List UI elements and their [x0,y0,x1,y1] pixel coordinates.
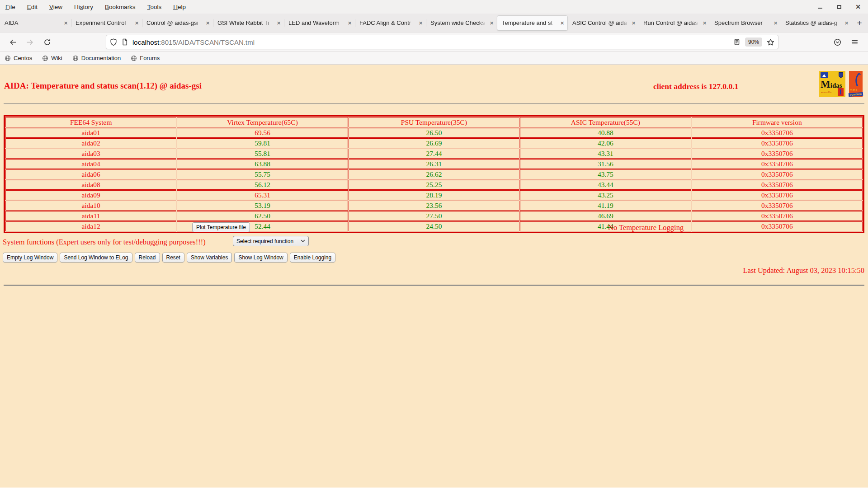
bookmark-item[interactable]: Forums [131,55,160,61]
table-row: aida0856.1225.2543.440x3350706 [5,180,863,190]
tab-close-icon[interactable]: × [64,19,68,26]
browser-tab[interactable]: LED and Waveform× [284,14,355,32]
plot-temperature-button[interactable]: Plot Temperature file [192,222,250,232]
menu-item-history[interactable]: History [74,4,93,10]
back-button[interactable] [7,37,18,47]
bookmark-label: Wiki [51,55,62,61]
shield-icon[interactable] [110,38,117,46]
browser-tab[interactable]: ASIC Control @ aida× [568,14,639,32]
cell-psu-temp: 26.31 [349,159,519,169]
menu-item-bookmarks[interactable]: Bookmarks [105,4,136,10]
table-header-cell: Virtex Temperature(65C) [177,117,348,127]
tab-label: Control @ aidas-gsi [146,19,204,26]
reload-button[interactable]: Reload [135,253,160,263]
cell-psu-temp: 26.50 [349,128,519,138]
tab-close-icon[interactable]: × [703,19,707,26]
action-buttons: Empty Log WindowSend Log Window to ELogR… [3,253,335,263]
table-header-cell: ASIC Temperature(55C) [520,117,691,127]
cell-virtex-temp: 62.50 [177,211,348,221]
tab-close-icon[interactable]: × [135,19,139,26]
tab-close-icon[interactable]: × [774,19,778,26]
table-row: aida0655.7526.6243.750x3350706 [5,169,863,179]
browser-tab[interactable]: FADC Align & Contr× [355,14,426,32]
function-select[interactable]: Select required function [233,236,309,246]
cell-psu-temp: 27.50 [349,211,519,221]
cell-system: aida09 [5,190,176,200]
cell-asic-temp: 42.06 [520,138,691,148]
tab-close-icon[interactable]: × [560,19,564,26]
tab-close-icon[interactable]: × [348,19,352,26]
browser-tab[interactable]: Run Control @ aidas× [639,14,710,32]
table-row: aida1053.1923.5641.190x3350706 [5,201,863,211]
bookmark-item[interactable]: Wiki [42,55,62,61]
tab-close-icon[interactable]: × [277,19,281,26]
cell-firmware: 0x3350706 [692,211,863,221]
tab-bar: AIDA×Experiment Control×Control @ aidas-… [0,14,868,32]
pocket-icon[interactable] [832,37,843,47]
table-header-cell: Firmware version [692,117,863,127]
browser-tab[interactable]: Experiment Control× [71,14,142,32]
tab-label: Statistics @ aidas-g [785,19,843,26]
reader-mode-icon[interactable] [733,38,741,46]
cell-psu-temp: 23.56 [349,201,519,211]
window-menubar: FileEditViewHistoryBookmarksToolsHelp ✕ [0,0,868,14]
new-tab-button[interactable]: + [852,18,867,28]
browser-tab[interactable]: GSI White Rabbit Ti× [213,14,284,32]
browser-tab[interactable]: Temperature and st× [497,15,568,31]
table-header-row: FEE64 SystemVirtex Temperature(65C)PSU T… [5,117,863,127]
cell-virtex-temp: 69.56 [177,128,348,138]
tab-label: LED and Waveform [288,19,346,26]
tab-label: FADC Align & Contr [359,19,417,26]
forward-button[interactable] [24,37,35,47]
tab-close-icon[interactable]: × [632,19,636,26]
url-text[interactable]: localhost:8015/AIDA/TSCAN/TSCAN.tml [132,38,733,46]
menu-item-file[interactable]: File [5,4,15,10]
cell-firmware: 0x3350706 [692,169,863,179]
maximize-icon [837,5,841,9]
page-content: AIDA: Temperature and status scan(1.12) … [0,65,868,488]
show-log-window-button[interactable]: Show Log Window [234,253,287,263]
tab-label: AIDA [5,19,62,26]
globe-icon [131,55,137,61]
menu-item-edit[interactable]: Edit [27,4,38,10]
cell-psu-temp: 26.62 [349,169,519,179]
bookmark-label: Forums [140,55,160,61]
empty-log-window-button[interactable]: Empty Log Window [3,253,57,263]
minimize-button[interactable] [816,3,824,10]
table-header-cell: FEE64 System [5,117,176,127]
cell-system: aida01 [5,128,176,138]
url-bar[interactable]: localhost:8015/AIDA/TSCAN/TSCAN.tml 90% [106,35,778,49]
reset-button[interactable]: Reset [162,253,184,263]
tab-close-icon[interactable]: × [419,19,423,26]
cell-system: aida06 [5,169,176,179]
bookmark-item[interactable]: Documentation [72,55,121,61]
tab-close-icon[interactable]: × [844,19,849,26]
client-address: client address is 127.0.0.1 [653,82,738,91]
bookmark-item[interactable]: Centos [5,55,32,61]
forward-arrow-icon [26,38,34,46]
tab-close-icon[interactable]: × [490,19,494,26]
tcl-powered-text: POWERED [849,92,863,97]
enable-logging-button[interactable]: Enable Logging [290,253,335,263]
show-variables-button[interactable]: Show Variables [187,253,232,263]
hamburger-menu-icon[interactable] [849,37,860,47]
divider [4,103,864,104]
bookmark-star-icon[interactable] [767,38,774,46]
reload-button[interactable] [42,37,52,47]
table-row: aida1252.4424.5041.440x3350706 [5,221,863,231]
send-log-window-to-elog-button[interactable]: Send Log Window to ELog [60,253,132,263]
menu-item-view[interactable]: View [49,4,62,10]
menu-item-tools[interactable]: Tools [147,4,162,10]
browser-tab[interactable]: Control @ aidas-gsi× [142,14,213,32]
menu-item-help[interactable]: Help [173,4,186,10]
zoom-indicator[interactable]: 90% [745,38,762,47]
browser-tab[interactable]: AIDA× [0,14,71,32]
browser-tab[interactable]: Spectrum Browser× [710,14,781,32]
browser-tab[interactable]: Statistics @ aidas-g× [781,14,852,32]
cell-virtex-temp: 55.75 [177,169,348,179]
tab-close-icon[interactable]: × [206,19,210,26]
page-info-icon[interactable] [121,38,128,46]
browser-tab[interactable]: System wide Checks× [426,14,497,32]
maximize-button[interactable] [835,3,843,10]
close-button[interactable]: ✕ [854,3,862,10]
